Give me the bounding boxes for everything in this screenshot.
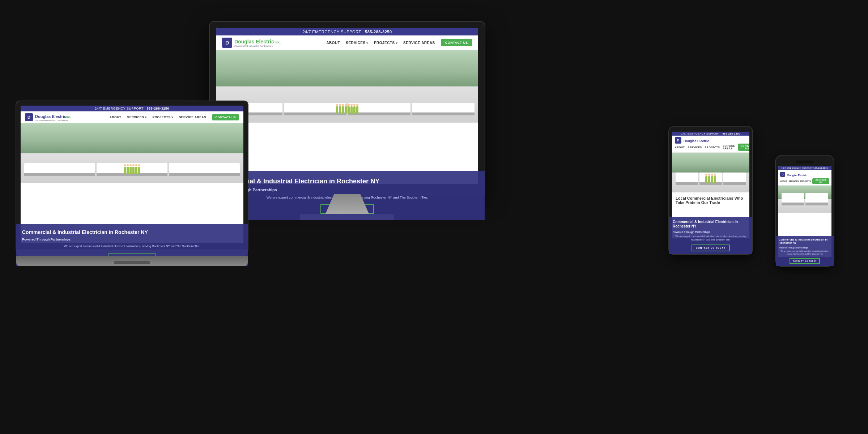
contact-us-button[interactable]: CONTACT US [441, 39, 472, 46]
tagline: Commercial Industrial Contractors [234, 45, 281, 47]
company-name: Douglas Electric Inc. [234, 39, 281, 44]
tablet-logo-area: D Douglas Electric [675, 137, 709, 144]
nav-service-areas[interactable]: SERVICE AREAS [403, 41, 435, 45]
laptop-nav-about[interactable]: ABOUT [110, 115, 122, 119]
laptop-hero-title: Commercial & Industrial Electrician in R… [22, 229, 242, 235]
company-name-suffix: Inc. [276, 41, 281, 44]
tablet-logo-text: Douglas Electric [684, 137, 709, 144]
hero-people [336, 106, 358, 114]
nav-links: ABOUT SERVICES PROJECTS SERVICE AREAS CO… [326, 39, 472, 46]
tablet-hero-title: Commercial & Industrial Electrician in R… [673, 220, 749, 229]
phone-hero-subtitle: Powered Through Partnerships [779, 247, 831, 249]
laptop-hero-scene [21, 123, 243, 183]
logo-text: Douglas Electric Inc. Commercial Industr… [234, 38, 281, 47]
phone: 24/7 EMERGENCY SUPPORT 585-288-3250 D Do… [776, 156, 834, 266]
phone-emergency-text: 24/7 EMERGENCY SUPPORT [782, 167, 813, 169]
desktop-website: 24/7 EMERGENCY SUPPORT 585-288-3250 D [216, 28, 478, 184]
scene: 24/7 EMERGENCY SUPPORT 585-288-3250 D [0, 0, 868, 434]
person-7 [353, 106, 356, 114]
phone-nav-projects[interactable]: PROJECTS [800, 180, 811, 182]
tablet-hero-scene [672, 153, 749, 192]
tablet-hero-overlay: Commercial & Industrial Electrician in R… [672, 217, 749, 239]
laptop-nav-services[interactable]: SERVICES [127, 115, 147, 119]
person-3 [342, 106, 344, 114]
nav-bar: D Douglas Electric Inc. Commercial Indus… [216, 35, 478, 50]
tablet-hero-image [672, 153, 749, 192]
tablet-hero-description: We are expert commercial & industrial el… [673, 235, 749, 239]
laptop-emergency-phone: 585-288-3250 [147, 107, 169, 110]
phone-logo-icon: D [780, 172, 785, 177]
phone-logo-area: D Douglas Electric [780, 171, 807, 178]
phone-hero-overlay: Commercial & Industrial Electrician in R… [778, 236, 831, 257]
person-2 [339, 106, 341, 114]
tablet-website: 24/7 EMERGENCY SUPPORT 585-288-3250 D Do… [672, 132, 749, 238]
laptop: 24/7 EMERGENCY SUPPORT 585-288-3250 D Do… [16, 101, 248, 266]
phone-nav-about[interactable]: ABOUT [780, 180, 787, 182]
tablet-nav-service-areas[interactable]: SERVICE AREAS [723, 145, 735, 150]
hero-scene [216, 50, 478, 123]
laptop-website: 24/7 EMERGENCY SUPPORT 585-288-3250 D Do… [21, 106, 243, 243]
nav-projects[interactable]: PROJECTS [374, 41, 397, 45]
laptop-nav-service-areas[interactable]: SERVICE AREAS [179, 115, 206, 119]
laptop-logo-text: Douglas ElectricInc. Commercial Industri… [35, 113, 71, 122]
hero-image [216, 50, 478, 123]
monitor-screen: 24/7 EMERGENCY SUPPORT 585-288-3250 D [216, 28, 478, 184]
tablet-emergency-bar: 24/7 EMERGENCY SUPPORT 585-288-3250 [672, 132, 749, 136]
phone-emergency-phone: 585-288-3250 [813, 167, 828, 169]
laptop-logo-area: D Douglas ElectricInc. Commercial Indust… [25, 113, 71, 122]
phone-hero-scene [778, 186, 831, 213]
laptop-contact-button[interactable]: CONTACT US [212, 114, 239, 120]
tablet-bezel: 24/7 EMERGENCY SUPPORT 585-288-3250 D Do… [669, 127, 752, 254]
laptop-nav-bar: D Douglas ElectricInc. Commercial Indust… [21, 111, 243, 123]
phone-logo-text: Douglas Electric [787, 171, 807, 178]
person-6 [350, 106, 353, 114]
phone-emergency-bar: 24/7 EMERGENCY SUPPORT 585-288-3250 [778, 166, 831, 170]
person-1 [336, 106, 338, 114]
tablet-emergency-phone: 585-288-3250 [722, 132, 740, 135]
laptop-keyboard [16, 256, 248, 266]
tablet-logo-icon: D [675, 137, 681, 144]
phone-nav-links: ABOUT SERVICES PROJECTS CONTACT US [780, 178, 829, 184]
tablet-hero-people [705, 176, 716, 183]
emergency-bar: 24/7 EMERGENCY SUPPORT 585-288-3250 [216, 28, 478, 35]
phone-hero-description: We are expert commercial & industrial el… [779, 250, 831, 255]
person-8 [356, 106, 358, 114]
laptop-screen: 24/7 EMERGENCY SUPPORT 585-288-3250 D Do… [21, 106, 243, 243]
tablet-nav-services[interactable]: SERVICES [688, 146, 702, 149]
tablet-screen: 24/7 EMERGENCY SUPPORT 585-288-3250 D Do… [672, 132, 749, 238]
tablet-nav-bar: D Douglas Electric ABOUT SERVICES PROJEC… [672, 136, 749, 153]
hero-overlay: Commercial & Industrial Electrician in R… [216, 171, 478, 184]
tablet-below-content: Local Commercial Electricians Who Take P… [672, 192, 749, 210]
laptop-hero-people [124, 167, 140, 174]
phone-hero-title: Commercial & Industrial Electrician in R… [779, 238, 831, 244]
laptop-nav-links: ABOUT SERVICES PROJECTS SERVICE AREAS CO… [110, 114, 239, 120]
desktop-monitor: 24/7 EMERGENCY SUPPORT 585-288-3250 D [210, 22, 485, 220]
tablet-nav-projects[interactable]: PROJECTS [705, 146, 720, 149]
phone-contact-button[interactable]: CONTACT US [812, 178, 829, 184]
emergency-text: 24/7 EMERGENCY SUPPORT [302, 30, 361, 34]
laptop-hero-image [21, 123, 243, 183]
laptop-hero-subtitle: Powered Through Partnerships [22, 238, 242, 241]
nav-about[interactable]: ABOUT [326, 41, 340, 45]
nav-services[interactable]: SERVICES [346, 41, 368, 45]
tablet-below-title: Local Commercial Electricians Who Take P… [676, 196, 746, 205]
phone-notch [796, 161, 814, 163]
tablet: 24/7 EMERGENCY SUPPORT 585-288-3250 D Do… [669, 127, 752, 254]
tablet-contact-button[interactable]: CONTACT US [738, 144, 749, 151]
tablet-hero-subtitle: Powered Through Partnerships [673, 231, 749, 233]
tablet-nav-about[interactable]: ABOUT [675, 146, 685, 149]
phone-nav-services[interactable]: SERVICES [789, 180, 799, 182]
laptop-logo-icon: D [25, 113, 33, 121]
phone-hero-image [778, 186, 831, 213]
phone-nav-bar: D Douglas Electric ABOUT SERVICES PROJEC… [778, 170, 831, 186]
laptop-emergency-bar: 24/7 EMERGENCY SUPPORT 585-288-3250 [21, 106, 243, 111]
tablet-company-name: Douglas Electric [684, 139, 709, 143]
logo-icon: D [222, 38, 232, 48]
laptop-nav-projects[interactable]: PROJECTS [153, 115, 173, 119]
laptop-emergency-text: 24/7 EMERGENCY SUPPORT [95, 107, 144, 110]
phone-hero-trucks [778, 193, 831, 205]
laptop-truck-1 [24, 163, 95, 176]
phone-screen: 24/7 EMERGENCY SUPPORT 585-288-3250 D Do… [778, 166, 831, 257]
truck-4 [412, 103, 475, 115]
tablet-nav-links: ABOUT SERVICES PROJECTS SERVICE AREAS CO… [675, 144, 749, 151]
